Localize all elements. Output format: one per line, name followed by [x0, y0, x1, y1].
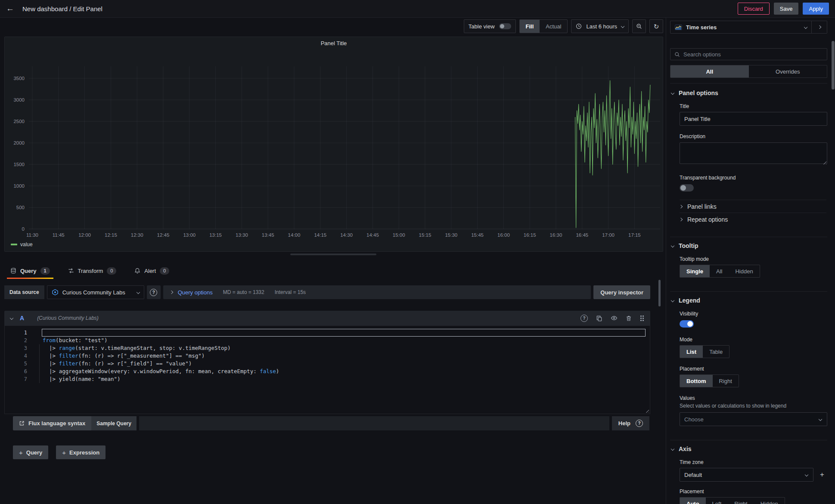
visualization-picker[interactable]: Time series [670, 21, 812, 34]
help-button[interactable]: Help ? [612, 416, 649, 430]
tooltip-mode-hidden[interactable]: Hidden [729, 265, 759, 277]
tab-query-count: 1 [40, 267, 50, 275]
axis-header[interactable]: Axis [670, 445, 827, 452]
add-timezone-button[interactable]: + [817, 470, 827, 479]
chevron-right-icon [817, 25, 821, 29]
discard-button[interactable]: Discard [738, 3, 770, 15]
chevron-right-icon [679, 204, 683, 208]
chevron-down-icon [671, 447, 674, 451]
add-row: + Query + Expression [13, 445, 106, 459]
content-scrollbar-thumb[interactable] [658, 280, 661, 306]
tooltip-mode-all[interactable]: All [710, 265, 729, 277]
repeat-options-row[interactable]: Repeat options [680, 213, 826, 226]
query-ref-id[interactable]: A [20, 315, 24, 322]
tab-alert[interactable]: Alert 0 [131, 263, 173, 279]
legend-placement-right[interactable]: Right [713, 375, 739, 387]
query-help-icon[interactable]: ? [580, 315, 588, 322]
y-tick-label: 0 [22, 226, 25, 232]
help-circle-icon: ? [636, 420, 643, 427]
apply-button[interactable]: Apply [803, 3, 829, 15]
legend-values-placeholder: Choose [684, 416, 704, 423]
remove-query-icon[interactable] [626, 315, 632, 322]
description-textarea[interactable] [680, 142, 827, 164]
time-range-picker[interactable]: Last 6 hours [571, 19, 629, 33]
actual-button[interactable]: Actual [540, 20, 567, 33]
editor-resize-grip[interactable] [645, 408, 649, 413]
timezone-row: Default + [680, 468, 827, 482]
panel-links-row[interactable]: Panel links [680, 200, 826, 213]
axis-placement-left[interactable]: Left [706, 498, 728, 504]
y-tick-label: 2500 [13, 119, 25, 124]
filter-tab-all[interactable]: All [670, 65, 749, 77]
x-tick-label: 15:15 [419, 232, 431, 238]
legend-values-select[interactable]: Choose [680, 412, 827, 426]
sample-query-button[interactable]: Sample Query [91, 416, 137, 430]
legend-mode-label: Mode [680, 337, 827, 343]
legend-visibility-toggle[interactable] [680, 320, 694, 328]
legend-mode-table[interactable]: Table [703, 346, 729, 358]
y-tick-label: 500 [16, 205, 25, 210]
tooltip-header[interactable]: Tooltip [670, 242, 827, 249]
datasource-picker[interactable]: Curious Community Labs [47, 285, 144, 299]
duplicate-query-icon[interactable] [596, 315, 602, 322]
external-link-icon [19, 421, 25, 426]
panel-resize-handle[interactable] [290, 254, 376, 255]
legend-header[interactable]: Legend [670, 297, 827, 304]
panel-title-input[interactable] [680, 112, 827, 126]
chevron-down-icon [804, 25, 807, 29]
tab-query-label: Query [20, 268, 37, 274]
axis-placement-hidden[interactable]: Hidden [754, 498, 785, 504]
x-tick-label: 12:30 [131, 232, 143, 238]
flux-code-editor[interactable]: 12from(bucket: "test")3 |> range(start: … [4, 325, 650, 414]
add-expression-button[interactable]: + Expression [56, 445, 106, 459]
y-tick-label: 1000 [13, 183, 25, 189]
legend-values-hint: Select values or calculations to show in… [680, 403, 827, 409]
fill-button[interactable]: Fill [520, 20, 540, 33]
query-inspector-button[interactable]: Query inspector [593, 285, 650, 299]
topbar-actions: Discard Save Apply [738, 3, 829, 15]
flux-syntax-button[interactable]: Flux language syntax [13, 416, 91, 430]
chevron-down-icon [671, 91, 674, 95]
tab-transform[interactable]: Transform 0 [65, 263, 120, 279]
query-editor-card: A (Curious Community Labs) ? [4, 311, 650, 414]
editor-tabs: Query 1 Transform 0 Alert 0 [7, 263, 173, 279]
hide-response-icon[interactable] [611, 315, 618, 322]
save-button[interactable]: Save [774, 3, 799, 15]
edit-panel-content: Table view Fill Actual Last 6 hours ↻ Pa… [0, 18, 667, 504]
collapse-options-pane-button[interactable] [812, 21, 827, 34]
table-view-toggle[interactable] [499, 23, 511, 29]
chart-legend[interactable]: value [11, 241, 33, 247]
options-search[interactable] [670, 48, 827, 60]
filter-tab-overrides[interactable]: Overrides [749, 65, 827, 77]
back-button[interactable]: ← [6, 4, 19, 13]
tab-alert-label: Alert [144, 268, 156, 274]
legend-mode-segment: List Table [680, 345, 729, 358]
time-series-chart[interactable]: 11:3011:4512:0012:1512:3012:4513:0013:15… [5, 37, 663, 251]
tab-query[interactable]: Query 1 [7, 263, 53, 279]
query-options-link[interactable]: Query options [178, 289, 213, 296]
drag-handle-icon[interactable] [640, 315, 644, 321]
table-view-group: Table view [464, 19, 516, 33]
timezone-select[interactable]: Default [680, 468, 813, 482]
axis-placement-auto[interactable]: Auto [680, 498, 706, 504]
panel-options-header[interactable]: Panel options [670, 90, 827, 96]
chevron-down-icon [136, 291, 140, 294]
tooltip-mode-single[interactable]: Single [680, 265, 710, 277]
datasource-name: Curious Community Labs [62, 289, 125, 296]
zoom-out-button[interactable] [632, 19, 646, 33]
collapse-query-icon[interactable] [10, 316, 13, 320]
axis-placement-right[interactable]: Right [728, 498, 754, 504]
code-line: 6 |> aggregateWindow(every: v.windowPeri… [5, 368, 650, 375]
x-tick-label: 16:00 [497, 232, 510, 238]
datasource-help-button[interactable]: ? [147, 285, 161, 299]
sidebar-scrollbar-thumb[interactable] [832, 41, 835, 90]
flux-spacer-bar [139, 416, 609, 430]
refresh-button[interactable]: ↻ [649, 19, 663, 33]
transparent-bg-toggle[interactable] [680, 184, 694, 192]
add-query-button[interactable]: + Query [13, 445, 48, 459]
legend-mode-list[interactable]: List [680, 346, 703, 358]
legend-placement-bottom[interactable]: Bottom [680, 375, 713, 387]
x-tick-label: 15:30 [445, 232, 457, 238]
y-tick-label: 3000 [13, 97, 25, 102]
options-search-input[interactable] [683, 51, 823, 58]
